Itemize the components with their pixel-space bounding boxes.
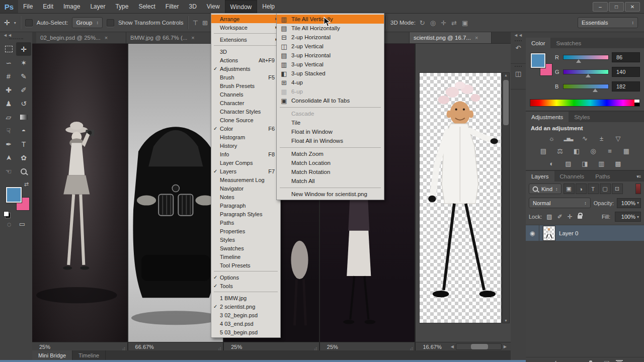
blend-mode-dropdown[interactable]: Normal ↕ xyxy=(529,198,591,208)
window-menu-item[interactable]: Tool Presets xyxy=(211,261,280,269)
channel-slider[interactable] xyxy=(563,84,609,89)
window-menu-item[interactable]: Clone Source xyxy=(211,116,280,124)
adjustment-icon[interactable]: ◐ xyxy=(546,159,558,168)
clone-stamp-tool[interactable]: ♟ xyxy=(1,97,16,110)
gradient-tool[interactable] xyxy=(16,110,31,124)
document-canvas-bmw[interactable] xyxy=(128,44,223,342)
arrange-submenu-item[interactable]: Tile xyxy=(277,118,384,127)
window-menu-item[interactable]: 5 03_begin.psd xyxy=(211,328,280,336)
document-tab[interactable]: scientist.png @ 16.7... × xyxy=(410,32,492,43)
window-menu-item[interactable]: Character Styles xyxy=(211,107,280,116)
arrange-submenu-item[interactable]: Match All xyxy=(277,176,384,186)
slider-thumb[interactable] xyxy=(593,88,598,92)
window-menu-item[interactable]: ✓ Color F6 xyxy=(211,124,280,133)
mode-icon[interactable]: ⇄ xyxy=(451,19,457,27)
workspace-dropdown[interactable]: Essentials ↕ xyxy=(578,17,638,28)
adjustment-icon[interactable]: ☼ xyxy=(546,134,558,143)
menubar-item[interactable]: File xyxy=(18,0,38,13)
history-brush-tool[interactable]: ↺ xyxy=(16,97,31,110)
document-tab[interactable]: BMW.jpg @ 66.7% (... × xyxy=(126,32,222,43)
zoom-level-field[interactable]: 25% xyxy=(327,344,338,350)
auto-select-checkbox[interactable] xyxy=(25,19,33,27)
zoom-level-field[interactable]: 25% xyxy=(231,344,242,350)
properties-panel-button[interactable]: ◫ xyxy=(511,64,526,89)
document-canvas-scientist[interactable] xyxy=(419,72,502,323)
crop-tool[interactable]: # xyxy=(1,69,16,83)
layer-filter-icon[interactable]: ▣ xyxy=(564,184,575,194)
window-menu-item[interactable]: ✓ Tools xyxy=(211,282,280,290)
window-menu-item[interactable]: Arrange ► xyxy=(211,15,280,23)
mode-icon[interactable]: ◎ xyxy=(430,19,436,27)
close-button[interactable]: ✕ xyxy=(625,2,640,12)
adjustment-icon[interactable]: ◧ xyxy=(571,146,583,156)
close-tab-icon[interactable]: × xyxy=(191,35,194,41)
expand-panels-icon[interactable]: ◄◄ xyxy=(511,32,526,38)
menubar-item[interactable]: Select xyxy=(133,0,160,13)
history-panel-button[interactable]: ↶ xyxy=(511,38,526,64)
layer-filter-dropdown[interactable]: Kind ↕ xyxy=(529,184,561,194)
dodge-tool[interactable]: ◓ xyxy=(16,124,31,137)
lock-icon[interactable]: ✐ xyxy=(557,213,562,220)
layer-filter-icon[interactable]: ◑ xyxy=(576,184,587,194)
scroll-down-icon[interactable]: ▼ xyxy=(503,319,509,322)
mode-icon[interactable]: ✛ xyxy=(441,19,446,27)
close-tab-icon[interactable]: × xyxy=(475,35,478,41)
window-menu-item[interactable]: Swatches xyxy=(211,244,280,252)
layer-row[interactable]: ◉ Layer 0 xyxy=(526,225,644,241)
magic-wand-tool[interactable]: ✶ xyxy=(16,56,31,69)
window-menu-item[interactable]: 3D xyxy=(211,47,280,56)
arrange-submenu-item[interactable]: Match Rotation xyxy=(277,167,384,176)
fill-field[interactable]: 100% ▾ xyxy=(615,212,641,222)
channel-value-field[interactable]: 140 xyxy=(612,67,640,77)
window-menu-item[interactable]: Paths xyxy=(211,218,280,227)
vertical-scrollbar[interactable]: ▲ ▼ xyxy=(502,72,510,323)
panel-tab[interactable]: Adjustments xyxy=(526,112,569,122)
window-menu-item[interactable]: Brush Presets xyxy=(211,81,280,90)
panel-tab[interactable]: Styles xyxy=(569,112,595,122)
distribute-centers-icon[interactable]: ⊞ xyxy=(202,19,208,27)
panel-tab[interactable]: Layers xyxy=(526,171,554,182)
layer-action-icon[interactable]: ❏ xyxy=(604,360,609,362)
adjustment-icon[interactable]: ▩ xyxy=(612,159,624,168)
auto-select-dropdown[interactable]: Group ↕ xyxy=(72,17,102,28)
arrange-submenu-item[interactable]: New Window for scientist.png xyxy=(277,190,384,199)
document-tab[interactable]: 02_begin.psd @ 25%... × xyxy=(36,32,126,43)
opacity-field[interactable]: 100% ▾ xyxy=(617,198,641,208)
window-menu-item[interactable]: Paragraph xyxy=(211,201,280,210)
quick-mask-icon[interactable]: ◌ xyxy=(7,220,11,228)
menubar-item[interactable]: View xyxy=(202,0,225,13)
maximize-button[interactable]: □ xyxy=(609,2,624,12)
foreground-color-swatch[interactable] xyxy=(6,187,22,203)
arrange-submenu-item[interactable]: ◧ 3-up Stacked xyxy=(277,69,384,78)
window-menu-item[interactable]: 3 02_begin.psd xyxy=(211,311,280,319)
window-menu-item[interactable]: 4 03_end.psd xyxy=(211,319,280,328)
layer-filter-icon[interactable]: ⊡ xyxy=(612,184,623,194)
vertical-scroll-thumb[interactable] xyxy=(503,80,509,125)
mode-icon[interactable]: ▣ xyxy=(462,19,468,27)
layer-visibility-eye-icon[interactable]: ◉ xyxy=(526,225,539,241)
custom-shape-tool[interactable]: ✿ xyxy=(16,151,31,164)
menubar-item[interactable]: 3D xyxy=(184,0,201,13)
document-canvas-02-begin[interactable] xyxy=(32,44,127,342)
panel-tab[interactable]: Paths xyxy=(590,171,615,182)
window-menu-item[interactable]: ✓ Adjustments xyxy=(211,64,280,73)
horizontal-scroll-thumb[interactable] xyxy=(471,344,488,349)
adjustment-icon[interactable]: ▦ xyxy=(620,146,632,156)
window-menu-item[interactable]: Properties xyxy=(211,227,280,235)
adjustment-icon[interactable]: ≡ xyxy=(604,146,616,156)
move-tool[interactable]: ✛ xyxy=(16,42,31,56)
zoom-level-field[interactable]: 16.67% xyxy=(423,344,441,350)
layer-action-icon[interactable]: fx xyxy=(555,360,559,362)
arrange-submenu-item[interactable]: Float All in Windows xyxy=(277,136,384,145)
adjustment-icon[interactable]: ▨ xyxy=(562,159,575,168)
screen-mode-icon[interactable]: ▭ xyxy=(19,220,25,228)
zoom-level-field[interactable]: 66.67% xyxy=(135,344,154,350)
window-menu-item[interactable]: Measurement Log xyxy=(211,175,280,184)
window-menu-item[interactable]: Layer Comps xyxy=(211,158,280,167)
bottom-panel-tab[interactable]: Timeline xyxy=(72,350,106,360)
lasso-tool[interactable]: ∽ xyxy=(1,56,16,69)
layer-action-icon[interactable]: ∞ xyxy=(543,360,547,362)
adjustment-icon[interactable]: ◨ xyxy=(579,159,591,168)
scroll-left-icon[interactable]: ◀ xyxy=(449,344,456,349)
adjustment-icon[interactable]: ∿ xyxy=(579,134,591,143)
